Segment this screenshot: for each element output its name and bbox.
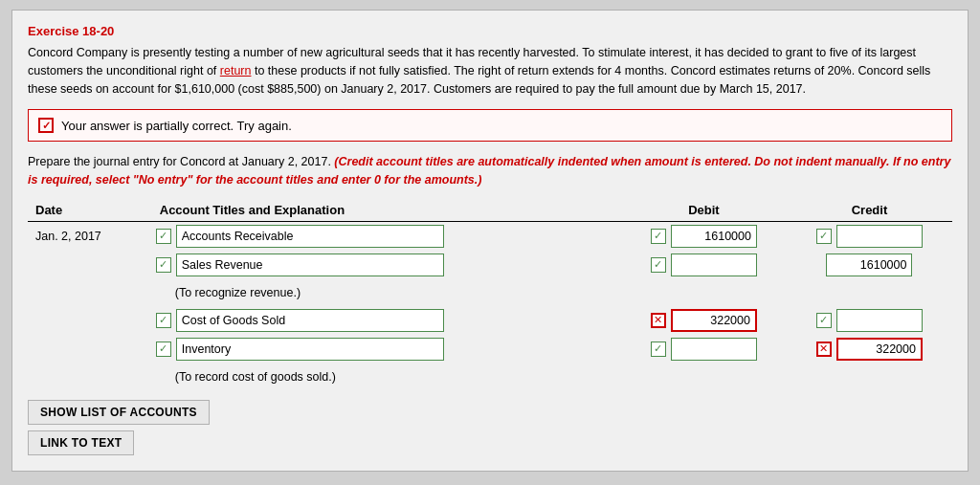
header-debit: Debit — [621, 199, 787, 222]
credit-cell: ✓ — [787, 221, 952, 251]
exercise-title: Exercise 18-20 — [28, 24, 952, 38]
account-cell: ✓ — [152, 306, 621, 335]
credit-row: ✓ — [791, 225, 948, 248]
note-date — [28, 279, 152, 306]
debit-input[interactable] — [671, 309, 757, 332]
note-cell: (To record cost of goods sold.) — [152, 364, 952, 390]
partial-correct-text: Your answer is partially correct. Try ag… — [61, 119, 292, 133]
debit-cell: ✓ — [621, 335, 787, 364]
x-icon: ✕ — [651, 313, 666, 328]
account-row: ✓ — [156, 309, 617, 332]
journal-table: Date Account Titles and Explanation Debi… — [28, 199, 952, 390]
account-input[interactable] — [176, 309, 444, 332]
link-to-text-button[interactable]: LINK TO TEXT — [28, 430, 134, 455]
credit-input[interactable] — [826, 254, 912, 276]
check-icon: ✓ — [156, 313, 171, 328]
description: Concord Company is presently testing a n… — [28, 44, 952, 98]
show-list-button[interactable]: SHOW LIST OF ACCOUNTS — [28, 400, 210, 425]
account-row: ✓ — [156, 225, 617, 248]
note-cell: (To recognize revenue.) — [152, 279, 952, 306]
table-row: ✓ ✓ — [28, 251, 952, 279]
date-cell — [28, 335, 152, 364]
highlight-return: return — [220, 64, 252, 77]
credit-input[interactable] — [836, 309, 923, 332]
date-label: Jan. 2, 2017 — [32, 227, 105, 246]
credit-cell: ✓ — [787, 306, 952, 335]
main-container: Exercise 18-20 Concord Company is presen… — [11, 10, 969, 472]
instructions: Prepare the journal entry for Concord at… — [28, 153, 952, 189]
credit-row — [791, 254, 948, 276]
table-row: ✓ ✕ ✓ — [28, 306, 952, 335]
credit-row: ✓ — [791, 309, 948, 332]
credit-row: ✕ — [791, 338, 948, 361]
check-icon: ✓ — [156, 342, 171, 357]
account-cell: ✓ — [152, 251, 621, 279]
debit-row: ✓ — [625, 338, 783, 361]
check-icon: ✓ — [651, 342, 666, 357]
buttons-row: SHOW LIST OF ACCOUNTS LINK TO TEXT — [28, 400, 952, 455]
debit-cell: ✓ — [621, 221, 787, 251]
credit-input[interactable] — [836, 338, 923, 361]
credit-cell: ✕ — [787, 335, 952, 364]
date-cell: Jan. 2, 2017 — [28, 221, 152, 251]
table-row: ✓ ✓ ✕ — [28, 335, 952, 364]
instructions-static: Prepare the journal entry for Concord at… — [28, 155, 331, 168]
x-icon: ✕ — [816, 342, 832, 357]
check-icon: ✓ — [156, 257, 171, 273]
credit-input[interactable] — [836, 225, 923, 248]
credit-cell — [787, 251, 952, 279]
table-row-note: (To recognize revenue.) — [28, 279, 952, 306]
account-input[interactable] — [176, 338, 444, 361]
check-icon: ✓ — [156, 229, 171, 244]
account-input[interactable] — [176, 254, 444, 276]
date-cell — [28, 251, 152, 279]
header-account: Account Titles and Explanation — [152, 199, 621, 222]
table-row-note: (To record cost of goods sold.) — [28, 364, 952, 390]
debit-cell: ✕ — [621, 306, 787, 335]
header-credit: Credit — [787, 199, 952, 222]
partial-correct-box: ✓ Your answer is partially correct. Try … — [28, 109, 952, 142]
debit-cell: ✓ — [621, 251, 787, 279]
table-row: Jan. 2, 2017 ✓ ✓ ✓ — [28, 221, 952, 251]
header-date: Date — [28, 199, 152, 222]
partial-correct-icon: ✓ — [38, 118, 54, 133]
check-icon: ✓ — [651, 257, 666, 273]
check-icon: ✓ — [651, 229, 666, 244]
account-cell: ✓ — [152, 335, 621, 364]
debit-row: ✓ — [625, 254, 783, 276]
date-cell — [28, 306, 152, 335]
note-text: (To recognize revenue.) — [156, 282, 948, 303]
debit-input[interactable] — [671, 254, 757, 276]
account-row: ✓ — [156, 338, 617, 361]
note-text: (To record cost of goods sold.) — [156, 366, 948, 387]
debit-row: ✕ — [625, 309, 783, 332]
note-date — [28, 364, 152, 390]
account-row: ✓ — [156, 254, 617, 276]
check-icon: ✓ — [816, 313, 832, 328]
account-cell: ✓ — [152, 221, 621, 251]
debit-input[interactable] — [671, 225, 757, 248]
debit-input[interactable] — [671, 338, 757, 361]
debit-row: ✓ — [625, 225, 783, 248]
account-input[interactable] — [176, 225, 444, 248]
check-icon: ✓ — [816, 229, 832, 244]
